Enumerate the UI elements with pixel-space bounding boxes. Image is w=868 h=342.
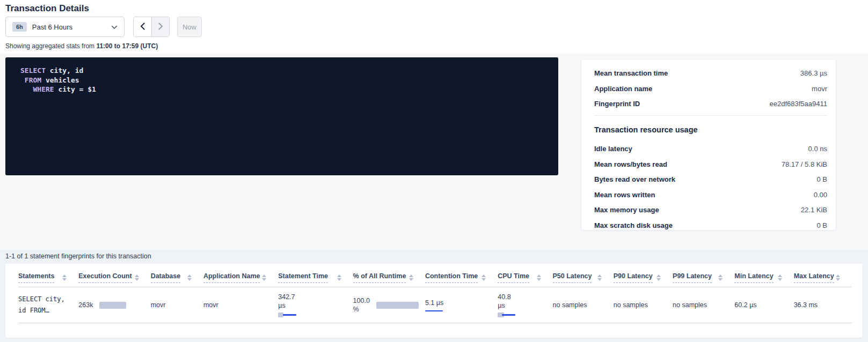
summary-value: 386.3 µs: [800, 69, 827, 77]
transaction-details-page: Transaction Details 6h Past 6 Hours Now …: [0, 0, 868, 342]
column-header-contention-time[interactable]: Contention Time: [425, 264, 498, 287]
statements-section: 1-1 of 1 statement fingerprints for this…: [0, 250, 868, 342]
sort-arrows-icon[interactable]: [778, 274, 782, 281]
aggregation-range-value: 11:00 to 17:59 (UTC): [96, 42, 158, 50]
sort-arrows-icon[interactable]: [836, 274, 840, 281]
summary-label: Bytes read over network: [594, 175, 675, 183]
contention-time-value: 5.1 µs: [425, 299, 491, 307]
sql-keyword: WHERE: [33, 85, 54, 93]
column-label: P50 Latency: [553, 272, 592, 283]
runtime-percent-unit: %: [353, 305, 370, 314]
sql-text: city, id: [46, 66, 83, 75]
p99-latency-cell: no samples: [673, 287, 734, 323]
column-header-min-latency[interactable]: Min Latency: [734, 264, 793, 287]
sort-arrows-icon[interactable]: [62, 274, 67, 281]
sort-arrows-icon[interactable]: [337, 274, 341, 281]
summary-label: Application name: [594, 85, 652, 93]
sort-arrows-icon[interactable]: [262, 274, 266, 281]
time-toolbar: 6h Past 6 Hours Now: [5, 17, 202, 37]
cpu-time-value: 40.8: [498, 293, 546, 301]
time-range-dropdown[interactable]: 6h Past 6 Hours: [5, 17, 125, 37]
summary-row: Fingerprint ID ee2df683f5aa9411: [594, 100, 827, 108]
column-header-statement-time[interactable]: Statement Time: [278, 264, 353, 287]
summary-row: Mean rows/bytes read 78.17 / 5.8 KiB: [594, 160, 827, 168]
statement-line: id FROM…: [18, 305, 72, 316]
column-header-database[interactable]: Database: [151, 264, 203, 287]
summary-value: 78.17 / 5.8 KiB: [782, 160, 827, 168]
column-header-max-latency[interactable]: Max Latency: [794, 264, 852, 287]
sql-text: vehicles: [41, 76, 79, 84]
cpu-time-bar: [498, 313, 520, 317]
previous-interval-button[interactable]: [134, 17, 151, 36]
contention-time-cell: 5.1 µs: [425, 287, 498, 323]
sort-arrows-icon[interactable]: [409, 274, 413, 281]
column-label: Database: [151, 272, 181, 283]
statement-time-cell: 342.7 µs: [278, 287, 353, 323]
summary-value: ee2df683f5aa9411: [770, 100, 827, 108]
page-title: Transaction Details: [5, 3, 89, 14]
column-label: % of All Runtime: [353, 272, 406, 283]
now-button[interactable]: Now: [177, 17, 202, 37]
sort-arrows-icon[interactable]: [482, 274, 486, 281]
sql-indent: [20, 76, 25, 84]
summary-value: 0.00: [814, 191, 827, 199]
summary-label: Mean transaction time: [594, 69, 668, 77]
column-header-runtime-percent[interactable]: % of All Runtime: [353, 264, 425, 287]
summary-row: Application name movr: [594, 85, 827, 93]
sql-keyword: FROM: [25, 76, 41, 84]
resource-usage-heading: Transaction resource usage: [594, 125, 827, 134]
summary-row: Mean transaction time 386.3 µs: [594, 69, 827, 77]
column-header-application-name[interactable]: Application Name: [203, 264, 278, 287]
column-header-execution-count[interactable]: Execution Count: [78, 264, 150, 287]
sort-arrows-icon[interactable]: [597, 274, 602, 281]
summary-value: 0 B: [816, 221, 827, 229]
sort-arrows-icon[interactable]: [718, 274, 723, 281]
sql-indent: [20, 85, 33, 93]
summary-label: Max memory usage: [594, 206, 659, 214]
column-label: Application Name: [203, 272, 260, 283]
summary-label: Mean rows/bytes read: [594, 160, 667, 168]
column-label: P90 Latency: [614, 272, 653, 283]
sort-arrows-icon[interactable]: [187, 274, 192, 281]
column-header-p90-latency[interactable]: P90 Latency: [614, 264, 673, 287]
sql-statement-box: SELECT city, id FROM vehicles WHERE city…: [5, 57, 558, 175]
aggregation-range-text: Showing aggregated stats from 11:00 to 1…: [5, 42, 158, 50]
execution-count-bar: [99, 302, 126, 309]
runtime-percent-value: 100.0: [353, 296, 370, 305]
time-range-label: Past 6 Hours: [32, 23, 111, 31]
sort-arrows-icon[interactable]: [537, 274, 541, 281]
time-range-badge: 6h: [12, 22, 27, 32]
column-header-statements[interactable]: Statements: [18, 264, 78, 287]
column-header-cpu-time[interactable]: CPU Time: [498, 264, 552, 287]
column-label: Max Latency: [794, 272, 834, 283]
summary-row: Mean rows written 0.00: [594, 191, 827, 199]
statement-time-value: 342.7: [278, 293, 346, 301]
column-label: Min Latency: [734, 272, 773, 283]
column-header-p99-latency[interactable]: P99 Latency: [673, 264, 734, 287]
max-latency-cell: 36.3 ms: [794, 287, 852, 323]
summary-label: Max scratch disk usage: [594, 221, 673, 229]
cpu-time-cell: 40.8 µs: [498, 287, 552, 323]
statement-time-unit: µs: [278, 301, 346, 310]
statement-row: SELECT city, id FROM… 263k movr movr: [18, 287, 852, 323]
runtime-percent-cell: 100.0 %: [353, 287, 425, 323]
summary-value: movr: [812, 85, 827, 93]
statement-time-bar: [278, 313, 301, 317]
summary-row: Idle latency 0.0 ns: [594, 145, 827, 153]
statements-count-caption: 1-1 of 1 statement fingerprints for this…: [5, 252, 151, 260]
statement-fingerprint-link[interactable]: SELECT city, id FROM…: [18, 294, 72, 316]
chevron-left-icon: [140, 23, 145, 32]
sort-arrows-icon[interactable]: [657, 274, 661, 281]
chevron-down-icon: [111, 22, 118, 32]
statements-table: Statements Execution Count Database Appl…: [18, 264, 852, 323]
summary-value: 0 B: [816, 175, 827, 183]
column-label: Statement Time: [278, 272, 328, 283]
column-header-p50-latency[interactable]: P50 Latency: [553, 264, 614, 287]
statement-cell[interactable]: SELECT city, id FROM…: [18, 287, 78, 323]
column-label: Statements: [18, 272, 54, 283]
sort-arrows-icon[interactable]: [135, 274, 139, 281]
summary-label: Mean rows written: [594, 191, 655, 199]
p90-latency-cell: no samples: [614, 287, 673, 323]
summary-row: Max scratch disk usage 0 B: [594, 221, 827, 229]
next-interval-button[interactable]: [151, 17, 169, 36]
